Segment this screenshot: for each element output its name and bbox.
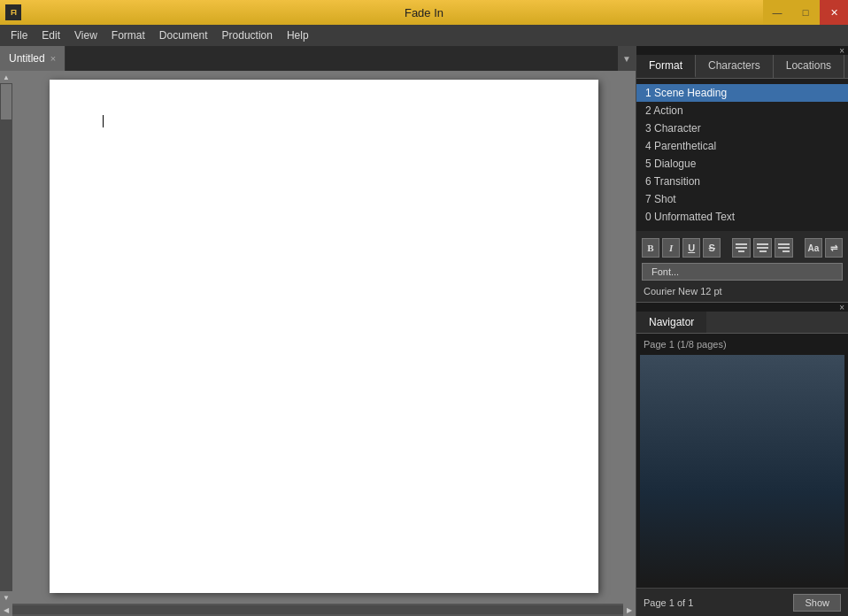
- tab-label: Untitled: [9, 52, 45, 65]
- navigator-tabs: Navigator: [636, 312, 848, 334]
- font-name-label: Courier New 12 pt: [642, 286, 843, 296]
- scroll-track[interactable]: [0, 83, 12, 591]
- navigator-header: ×: [636, 303, 848, 312]
- document-tab[interactable]: Untitled ×: [0, 46, 66, 71]
- tab-format[interactable]: Format: [636, 55, 696, 78]
- strikethrough-button[interactable]: S: [703, 238, 721, 258]
- align-center-button[interactable]: [753, 238, 772, 258]
- menubar: File Edit View Format Document Productio…: [0, 25, 848, 46]
- tab-characters[interactable]: Characters: [696, 55, 774, 78]
- scroll-up-arrow[interactable]: ▲: [0, 71, 12, 83]
- format-item-transition[interactable]: 6 Transition: [636, 173, 848, 190]
- close-button[interactable]: ✕: [820, 0, 848, 25]
- navigator-footer: Page 1 of 1 Show: [636, 588, 848, 616]
- toolbar-spacer: [723, 238, 729, 258]
- navigator-close-button[interactable]: ×: [839, 303, 844, 312]
- format-item-unformatted[interactable]: 0 Unformatted Text: [636, 208, 848, 226]
- scroll-right-arrow[interactable]: ▶: [623, 604, 636, 616]
- align-right-button[interactable]: [775, 238, 793, 258]
- navigator-tab[interactable]: Navigator: [636, 312, 706, 333]
- format-item-parenthetical[interactable]: 4 Parenthetical: [636, 137, 848, 155]
- navigator-content: Page 1 (1/8 pages): [636, 334, 848, 588]
- format-panel-header: ×: [636, 46, 848, 55]
- tab-bar: Untitled × ▼: [0, 46, 636, 71]
- h-scroll-track[interactable]: [12, 605, 623, 614]
- menu-help[interactable]: Help: [280, 27, 316, 43]
- editor-content: ▲ ▼: [0, 71, 636, 604]
- horizontal-scrollbar[interactable]: ◀ ▶: [0, 604, 636, 616]
- text-cursor: [103, 115, 104, 127]
- format-list: 1 Scene Heading 2 Action 3 Character 4 P…: [636, 79, 848, 231]
- minimize-button[interactable]: —: [763, 0, 791, 25]
- format-item-shot[interactable]: 7 Shot: [636, 190, 848, 208]
- menu-file[interactable]: File: [4, 27, 35, 43]
- right-panel: × Format Characters Locations 1 Scene He…: [636, 46, 848, 616]
- app-icon: FI: [5, 4, 21, 20]
- format-tabs: Format Characters Locations: [636, 55, 848, 79]
- case-button[interactable]: Aa: [805, 238, 822, 258]
- format-toolbar: B I U S: [636, 231, 848, 302]
- app-logo-text: FI: [11, 8, 16, 17]
- format-panel: × Format Characters Locations 1 Scene He…: [636, 46, 848, 302]
- italic-button[interactable]: I: [662, 238, 680, 258]
- screenplay-page[interactable]: [50, 80, 598, 593]
- toolbar-spacer2: [796, 238, 802, 258]
- vertical-scrollbar[interactable]: ▲ ▼: [0, 71, 12, 604]
- editor-panel: Untitled × ▼ ▲ ▼ ◀: [0, 46, 636, 616]
- scroll-down-arrow[interactable]: ▼: [0, 591, 12, 604]
- maximize-button[interactable]: □: [791, 0, 820, 25]
- tab-locations[interactable]: Locations: [774, 55, 844, 78]
- format-item-scene-heading[interactable]: 1 Scene Heading: [636, 84, 848, 102]
- align-left-button[interactable]: [732, 238, 751, 258]
- font-button[interactable]: Font...: [642, 263, 843, 281]
- page-info: Page 1 of 1: [644, 597, 693, 608]
- text-style-row: B I U S: [642, 238, 843, 258]
- navigator-panel: × Navigator Page 1 (1/8 pages) Page 1 of…: [636, 302, 848, 616]
- format-panel-close[interactable]: ×: [839, 46, 844, 56]
- format-item-dialogue[interactable]: 5 Dialogue: [636, 155, 848, 173]
- underline-button[interactable]: U: [682, 238, 700, 258]
- titlebar: FI Fade In — □ ✕: [0, 0, 848, 25]
- menu-format[interactable]: Format: [104, 27, 152, 43]
- menu-production[interactable]: Production: [215, 27, 280, 43]
- format-item-character[interactable]: 3 Character: [636, 119, 848, 137]
- navigator-thumbnail: [640, 355, 844, 584]
- scroll-left-arrow[interactable]: ◀: [0, 604, 12, 616]
- bold-button[interactable]: B: [642, 238, 659, 258]
- menu-view[interactable]: View: [67, 27, 104, 43]
- navigator-page-label: Page 1 (1/8 pages): [636, 334, 848, 355]
- main-area: Untitled × ▼ ▲ ▼ ◀: [0, 46, 848, 616]
- show-button[interactable]: Show: [793, 594, 841, 612]
- page-area: [12, 71, 636, 604]
- menu-edit[interactable]: Edit: [35, 27, 67, 43]
- app-title: Fade In: [405, 6, 443, 19]
- scroll-thumb[interactable]: [1, 84, 12, 119]
- tab-close-button[interactable]: ×: [50, 53, 56, 64]
- window-controls: — □ ✕: [763, 0, 848, 25]
- tab-scroll-button[interactable]: ▼: [618, 46, 636, 71]
- format-item-action[interactable]: 2 Action: [636, 102, 848, 119]
- exchange-button[interactable]: ⇌: [825, 238, 843, 258]
- menu-document[interactable]: Document: [152, 27, 215, 43]
